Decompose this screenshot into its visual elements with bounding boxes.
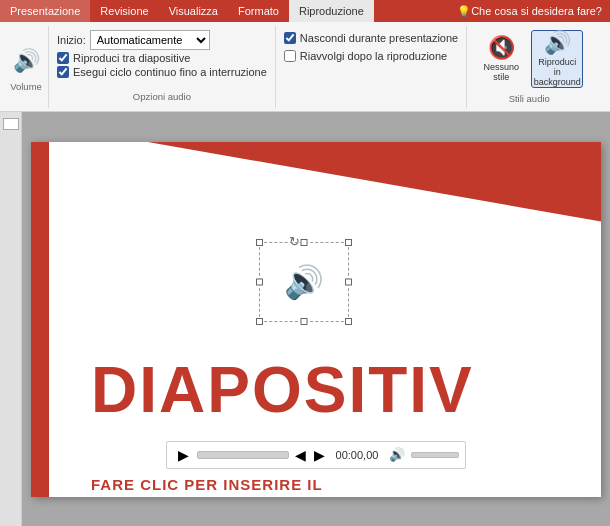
checkbox-nascondi[interactable] (284, 32, 296, 44)
lightbulb-icon: 💡 (457, 5, 471, 18)
handle-br[interactable] (345, 318, 352, 325)
volume-button[interactable]: 🔊 (387, 447, 407, 462)
menu-bar: Presentazione Revisione Visualizza Forma… (0, 0, 610, 22)
btn-riproduci-background[interactable]: 🔊 Riproduci inbackground (531, 30, 583, 88)
stili-group: 🔇 Nessunostile 🔊 Riproduci inbackground … (467, 26, 591, 108)
handle-bm[interactable] (301, 318, 308, 325)
label-riavvolgi: Riavvolgi dopo la riproduzione (300, 50, 447, 62)
handle-ml[interactable] (256, 278, 263, 285)
inizio-select[interactable]: Automaticamente Al clic del mouse In seq… (90, 30, 210, 50)
ribbon: 🔊 Volume Inizio: Automaticamente Al clic… (0, 22, 610, 112)
audio-player-bar: ▶ ◀ ▶ 00:00,00 🔊 (166, 441, 466, 469)
menu-search-area[interactable]: 💡 Che cosa si desidera fare? (449, 0, 610, 22)
stili-audio-label: Stili audio (509, 93, 550, 104)
prev-button[interactable]: ◀ (293, 447, 308, 463)
btn-nessuno-stile[interactable]: 🔇 Nessunostile (475, 30, 527, 88)
menu-formato[interactable]: Formato (228, 0, 289, 22)
handle-bl[interactable] (256, 318, 263, 325)
stili-buttons: 🔇 Nessunostile 🔊 Riproduci inbackground (475, 30, 583, 88)
play-button[interactable]: ▶ (173, 445, 193, 465)
handle-tl[interactable] (256, 239, 263, 246)
slide-panel (0, 112, 22, 526)
handle-tm[interactable] (301, 239, 308, 246)
handle-mr[interactable] (345, 278, 352, 285)
checkbox-tra-diapositive[interactable] (57, 52, 69, 64)
slide-red-left-stripe (31, 142, 49, 497)
slide-content: DIAPOSITIV ↻ 🔊 ▶ ◀ ▶ 00:00, (31, 142, 601, 497)
riproduci-background-label: Riproduci inbackground (534, 58, 581, 88)
audio-progress-bar[interactable] (197, 451, 289, 459)
checkbox-ciclo[interactable] (57, 66, 69, 78)
time-display: 00:00,00 (331, 449, 383, 461)
menu-presentazione[interactable]: Presentazione (0, 0, 90, 22)
handle-tr[interactable] (345, 239, 352, 246)
options-content: Inizio: Automaticamente Al clic del mous… (57, 30, 267, 89)
menu-visualizza[interactable]: Visualizza (159, 0, 228, 22)
row-ciclo: Esegui ciclo continuo fino a interruzion… (57, 66, 267, 78)
row-riavvolgi: Riavvolgi dopo la riproduzione (284, 50, 458, 62)
slide-main: DIAPOSITIV ↻ 🔊 ▶ ◀ ▶ 00:00, (22, 112, 610, 526)
label-nascondi: Nascondi durante presentazione (300, 32, 458, 44)
selection-box[interactable]: 🔊 (259, 242, 349, 322)
riproduci-background-icon: 🔊 (544, 30, 571, 56)
slide-big-text: DIAPOSITIV (91, 353, 601, 427)
nessuno-stile-label: Nessunostile (483, 63, 519, 83)
volume-icon[interactable]: 🔊 (10, 43, 42, 79)
slide-red-top-stripe (31, 142, 601, 222)
volume-slider[interactable] (411, 452, 459, 458)
nascondi-group: Nascondi durante presentazione Riavvolgi… (276, 26, 467, 108)
nessuno-stile-icon: 🔇 (488, 35, 515, 61)
row-tra-diapositive: Riproduci tra diapositive (57, 52, 267, 64)
slide-bottom-text: FARE CLIC PER INSERIRE IL (91, 476, 323, 493)
inizio-label: Inizio: (57, 34, 86, 46)
menu-search-label: Che cosa si desidera fare? (471, 5, 602, 17)
label-tra-diapositive: Riproduci tra diapositive (73, 52, 190, 64)
audio-speaker-icon: 🔊 (284, 263, 324, 301)
opzioni-audio-label: Opzioni audio (57, 89, 267, 104)
volume-group: 🔊 Volume (4, 26, 49, 108)
volume-label: Volume (10, 81, 42, 92)
nascondi-content: Nascondi durante presentazione Riavvolgi… (284, 30, 458, 90)
checkbox-riavvolgi[interactable] (284, 50, 296, 62)
menu-revisione[interactable]: Revisione (90, 0, 158, 22)
slide-thumbnail-1[interactable] (3, 118, 19, 130)
menu-riproduzione[interactable]: Riproduzione (289, 0, 374, 22)
main-area: DIAPOSITIV ↻ 🔊 ▶ ◀ ▶ 00:00, (0, 112, 610, 526)
row-nascondi: Nascondi durante presentazione (284, 32, 458, 44)
options-group: Inizio: Automaticamente Al clic del mous… (49, 26, 276, 108)
next-button[interactable]: ▶ (312, 447, 327, 463)
inizio-row: Inizio: Automaticamente Al clic del mous… (57, 30, 267, 50)
label-ciclo: Esegui ciclo continuo fino a interruzion… (73, 66, 267, 78)
